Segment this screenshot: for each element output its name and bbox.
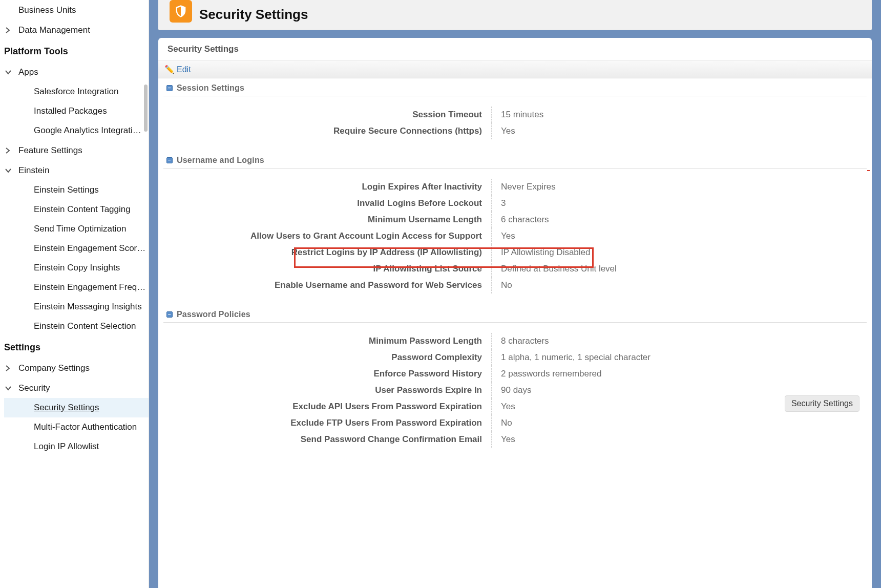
row-label: Enforce Password History: [163, 366, 491, 382]
sidebar-item-company-settings[interactable]: Company Settings: [4, 358, 149, 378]
row-value: 2 passwords remembered: [491, 366, 867, 382]
chevron-right-icon: [4, 27, 18, 33]
row-label: User Passwords Expire In: [163, 382, 491, 398]
row-value: 15 minutes: [491, 107, 867, 123]
sidebar-item-business-units[interactable]: Business Units: [4, 0, 149, 20]
pencil-icon: ✏️: [164, 65, 175, 74]
row-label: Minimum Username Length: [163, 212, 491, 228]
sidebar-subitem-einstein-messaging-insights[interactable]: Einstein Messaging Insights: [4, 297, 149, 317]
sidebar-item-feature-settings[interactable]: Feature Settings: [4, 140, 149, 160]
row-value: No: [491, 415, 867, 431]
sidebar-subitem-einstein-copy-insights[interactable]: Einstein Copy Insights: [4, 258, 149, 278]
section-username-logins: − Username and Logins Login Expires Afte…: [158, 151, 872, 305]
edit-toolbar: ✏️ Edit: [158, 61, 872, 78]
shield-icon: [170, 0, 192, 23]
content-wrap: Security Settings ✏️ Edit − Session Sett…: [149, 30, 881, 588]
edit-link[interactable]: Edit: [177, 65, 191, 74]
scrollbar-thumb[interactable]: [144, 85, 148, 132]
row-label: Password Complexity: [163, 349, 491, 366]
row-label: Enable Username and Password for Web Ser…: [163, 277, 491, 293]
row-label: Allow Users to Grant Account Login Acces…: [163, 228, 491, 244]
sidebar-subitem-salesforce-integration[interactable]: Salesforce Integration: [4, 82, 149, 101]
page-title: Security Settings: [199, 7, 308, 23]
main-content: Security Settings Security Settings ✏️ E…: [149, 0, 881, 588]
row-label-restrict-ip: Restrict Logins by IP Address (IP Allowl…: [163, 244, 491, 261]
row-value: 1 alpha, 1 numeric, 1 special character: [491, 349, 867, 366]
username-grid: Login Expires After Inactivity Never Exp…: [163, 169, 867, 305]
row-value: No: [491, 277, 867, 293]
row-value: Defined at Business Unit level: [491, 261, 867, 277]
row-label: Require Secure Connections (https): [163, 123, 491, 139]
row-label: Minimum Password Length: [163, 333, 491, 349]
annotation-mark: [867, 170, 870, 171]
row-value: 3: [491, 195, 867, 212]
chevron-down-icon: [4, 386, 18, 391]
chevron-right-icon: [4, 365, 18, 371]
sidebar-subitem-einstein-content-tagging[interactable]: Einstein Content Tagging: [4, 200, 149, 219]
row-label: Send Password Change Confirmation Email: [163, 431, 491, 448]
section-password-policies: − Password Policies Minimum Password Len…: [158, 305, 872, 459]
row-value: 6 characters: [491, 212, 867, 228]
sidebar-subitem-security-settings[interactable]: Security Settings: [4, 398, 149, 417]
chevron-down-icon: [4, 70, 18, 75]
sidebar-item-label: Business Units: [18, 5, 76, 15]
sidebar-item-security[interactable]: Security: [4, 378, 149, 398]
sidebar-item-apps[interactable]: Apps: [4, 62, 149, 82]
sidebar-item-label: Company Settings: [18, 363, 90, 373]
collapse-icon: −: [166, 311, 173, 318]
row-label: Exclude API Users From Password Expirati…: [163, 398, 491, 415]
row-label: Session Timeout: [163, 107, 491, 123]
row-value: Yes: [491, 431, 867, 448]
sidebar-item-label: Feature Settings: [18, 145, 82, 156]
session-grid: Session Timeout 15 minutes Require Secur…: [163, 96, 867, 151]
sidebar-subitem-google-analytics[interactable]: Google Analytics Integrati…: [4, 121, 149, 140]
sidebar-subitem-mfa[interactable]: Multi-Factor Authentication: [4, 417, 149, 437]
page-header: Security Settings: [158, 0, 872, 30]
chevron-right-icon: [4, 148, 18, 154]
section-title: Password Policies: [177, 310, 250, 319]
sidebar-section-settings: Settings: [4, 336, 149, 358]
settings-card: Security Settings ✏️ Edit − Session Sett…: [158, 38, 872, 588]
sidebar-item-data-management[interactable]: Data Management: [4, 20, 149, 40]
card-title: Security Settings: [158, 38, 872, 61]
sidebar-item-einstein[interactable]: Einstein: [4, 160, 149, 180]
chevron-down-icon: [4, 168, 18, 173]
sidebar-item-label: Einstein: [18, 165, 49, 176]
collapse-icon: −: [166, 157, 173, 163]
sidebar-subitem-einstein-settings[interactable]: Einstein Settings: [4, 180, 149, 200]
section-header[interactable]: − Username and Logins: [163, 151, 867, 169]
sidebar-subitem-login-ip-allowlist[interactable]: Login IP Allowlist: [4, 437, 149, 456]
sidebar-subitem-einstein-engagement-scoring[interactable]: Einstein Engagement Scor…: [4, 239, 149, 258]
row-label: IP Allowlisting List Source: [163, 261, 491, 277]
password-grid: Minimum Password Length 8 characters Pas…: [163, 323, 867, 459]
row-value-restrict-ip: IP Allowlisting Disabled: [491, 244, 867, 261]
sidebar-item-label: Apps: [18, 67, 38, 77]
section-header[interactable]: − Session Settings: [163, 78, 867, 96]
row-value: Yes: [491, 228, 867, 244]
section-header[interactable]: − Password Policies: [163, 305, 867, 323]
tooltip: Security Settings: [785, 395, 859, 412]
sidebar-item-label: Data Management: [18, 25, 90, 35]
sidebar-subitem-send-time-optimization[interactable]: Send Time Optimization: [4, 219, 149, 239]
section-session-settings: − Session Settings Session Timeout 15 mi…: [158, 78, 872, 151]
sidebar-subitem-installed-packages[interactable]: Installed Packages: [4, 101, 149, 121]
section-title: Session Settings: [177, 83, 244, 93]
collapse-icon: −: [166, 85, 173, 91]
row-value: Yes: [491, 123, 867, 139]
row-label: Login Expires After Inactivity: [163, 179, 491, 195]
row-label: Exclude FTP Users From Password Expirati…: [163, 415, 491, 431]
sidebar-section-platform-tools: Platform Tools: [4, 40, 149, 62]
row-label: Invalid Logins Before Lockout: [163, 195, 491, 212]
sidebar-subitem-einstein-engagement-frequency[interactable]: Einstein Engagement Freq…: [4, 278, 149, 297]
row-value: Never Expires: [491, 179, 867, 195]
sidebar: Business Units Data Management Platform …: [0, 0, 149, 588]
row-value: 8 characters: [491, 333, 867, 349]
section-title: Username and Logins: [177, 156, 264, 165]
sidebar-item-label: Security: [18, 383, 50, 393]
sidebar-subitem-einstein-content-selection[interactable]: Einstein Content Selection: [4, 317, 149, 336]
